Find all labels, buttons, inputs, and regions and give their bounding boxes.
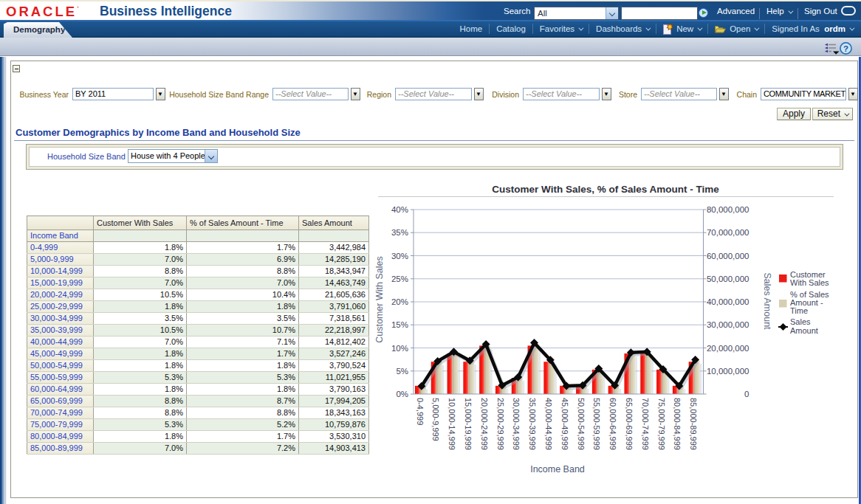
svg-text:75,000-79,999: 75,000-79,999 [657, 398, 666, 450]
svg-text:10%: 10% [391, 344, 408, 353]
svg-text:Amount -: Amount - [790, 298, 823, 307]
svg-text:70,000-74,999: 70,000-74,999 [641, 398, 650, 450]
svg-text:25,000-29,999: 25,000-29,999 [496, 398, 505, 450]
svg-text:5%: 5% [396, 367, 408, 376]
svg-text:40,000,000: 40,000,000 [707, 297, 749, 306]
svg-text:?: ? [843, 44, 848, 53]
svg-text:85,000-89,999: 85,000-89,999 [689, 398, 698, 450]
svg-text:60,000,000: 60,000,000 [707, 252, 749, 260]
svg-text:Sales Amount: Sales Amount [762, 272, 772, 330]
svg-text:80,000,000: 80,000,000 [707, 205, 749, 214]
svg-text:30,000-34,999: 30,000-34,999 [512, 398, 521, 450]
svg-text:50,000,000: 50,000,000 [707, 275, 749, 283]
svg-text:0: 0 [744, 390, 749, 398]
svg-text:25%: 25% [391, 275, 408, 283]
svg-text:50,000-54,999: 50,000-54,999 [577, 398, 586, 450]
svg-text:Customer With Sales, % of Sale: Customer With Sales, % of Sales Amount -… [492, 184, 719, 195]
svg-text:65,000-69,999: 65,000-69,999 [625, 398, 634, 450]
svg-text:15%: 15% [391, 320, 408, 329]
svg-text:0-4,999: 0-4,999 [416, 398, 425, 425]
svg-text:55,000-59,999: 55,000-59,999 [592, 398, 601, 450]
svg-text:20,000-24,999: 20,000-24,999 [480, 398, 489, 450]
svg-text:Customer With Sales: Customer With Sales [374, 256, 385, 342]
svg-text:20,000,000: 20,000,000 [707, 344, 749, 353]
svg-text:35,000-39,999: 35,000-39,999 [528, 398, 537, 450]
svg-text:5,000-9,999: 5,000-9,999 [431, 398, 440, 441]
svg-text:Sales: Sales [790, 317, 811, 326]
svg-text:80,000-84,999: 80,000-84,999 [673, 398, 682, 450]
svg-text:40%: 40% [391, 205, 408, 214]
svg-text:45,000-49,999: 45,000-49,999 [560, 398, 569, 450]
svg-text:30%: 30% [391, 252, 408, 260]
svg-text:10,000-14,999: 10,000-14,999 [447, 398, 456, 450]
svg-text:70,000,000: 70,000,000 [707, 228, 749, 237]
svg-text:% of Sales: % of Sales [790, 290, 829, 299]
svg-text:40,000-44,999: 40,000-44,999 [544, 398, 553, 450]
svg-text:Amount: Amount [790, 326, 818, 335]
svg-text:Income Band: Income Band [530, 464, 585, 474]
svg-text:35%: 35% [391, 228, 408, 237]
svg-text:0%: 0% [396, 390, 408, 398]
svg-text:15,000-19,999: 15,000-19,999 [464, 398, 473, 450]
svg-text:20%: 20% [391, 297, 408, 306]
svg-text:60,000-64,999: 60,000-64,999 [608, 398, 617, 450]
svg-text:With Sales: With Sales [790, 278, 829, 287]
svg-text:10,000,000: 10,000,000 [707, 367, 749, 376]
svg-text:Time: Time [790, 306, 808, 315]
svg-text:30,000,000: 30,000,000 [707, 320, 749, 329]
